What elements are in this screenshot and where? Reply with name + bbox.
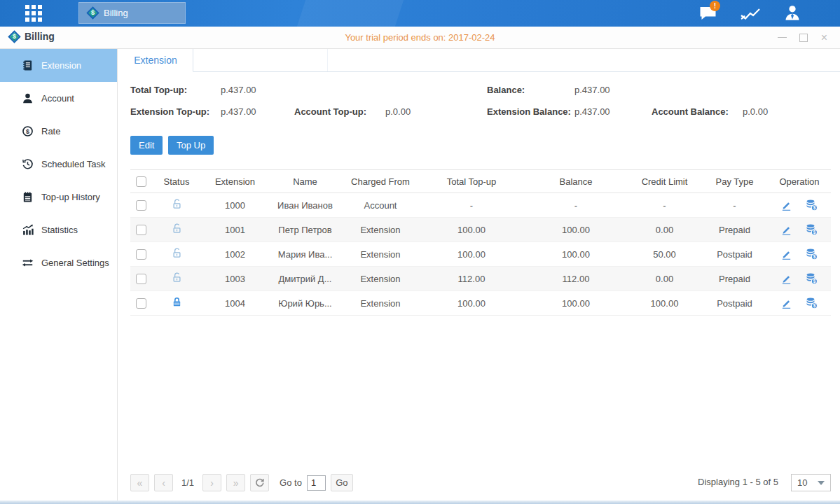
column-header: Charged From — [342, 170, 419, 193]
column-header: Name — [268, 170, 342, 193]
charged-from-cell: Extension — [342, 218, 419, 242]
table-row: 1004Юрий Юрь...Extension100.00100.00100.… — [130, 291, 831, 316]
window-bottom-edge — [0, 500, 840, 504]
account-balance-label: Account Balance: — [652, 106, 729, 117]
sidebar-item-label: Account — [41, 93, 74, 104]
sidebar-item-label: Statistics — [41, 225, 78, 235]
table-row: 1001Петр ПетровExtension100.00100.000.00… — [130, 218, 831, 242]
maximize-icon[interactable] — [799, 33, 808, 42]
billing-diamond-icon: $ — [86, 6, 99, 19]
row-checkbox[interactable] — [136, 274, 146, 284]
page-size-select[interactable]: 10 — [791, 474, 831, 491]
extension-balance-label: Extension Balance: — [487, 106, 571, 117]
app-launcher-icon[interactable] — [25, 5, 43, 22]
row-checkbox[interactable] — [136, 200, 146, 211]
taskbar-tab-label: Billing — [104, 8, 128, 18]
refresh-icon[interactable] — [250, 474, 269, 491]
tab-extension[interactable]: Extension — [118, 49, 193, 72]
column-header: Operation — [768, 170, 831, 193]
pay-type-cell: Prepaid — [701, 218, 768, 242]
total-topup-cell: 100.00 — [419, 242, 524, 267]
sidebar-item-extension[interactable]: Extension — [0, 49, 117, 82]
row-select-cell — [130, 267, 151, 291]
balance-cell: - — [524, 193, 628, 218]
row-checkbox[interactable] — [136, 225, 146, 235]
line-chart-icon[interactable] — [736, 4, 764, 23]
status-cell — [151, 193, 202, 218]
svg-text:$: $ — [813, 303, 816, 309]
charged-from-cell: Account — [342, 193, 419, 218]
account-topup-label: Account Top-up: — [294, 106, 366, 117]
edit-pencil-icon[interactable] — [780, 224, 792, 236]
first-page-button[interactable]: « — [130, 474, 149, 491]
sidebar-item-top-up-history[interactable]: Top-up History — [0, 181, 117, 214]
minimize-icon[interactable] — [778, 33, 787, 42]
sidebar-item-label: Rate — [41, 126, 60, 136]
topup-coins-icon[interactable]: $ — [805, 199, 818, 211]
prev-page-button[interactable]: ‹ — [154, 474, 173, 491]
svg-text:$: $ — [813, 230, 816, 235]
status-cell — [151, 242, 202, 267]
svg-text:$: $ — [813, 205, 816, 211]
column-header: Credit Limit — [628, 170, 701, 193]
edit-pencil-icon[interactable] — [780, 273, 792, 285]
edit-button[interactable]: Edit — [130, 136, 163, 155]
taskbar-tab-billing[interactable]: $ Billing — [78, 2, 186, 24]
total-topup-label: Total Top-up: — [130, 85, 187, 95]
sidebar-item-statistics[interactable]: Statistics — [0, 214, 117, 246]
balance-cell: 112.00 — [524, 267, 628, 291]
trial-notice: Your trial period ends on: 2017-02-24 — [0, 32, 840, 43]
next-page-button[interactable]: › — [202, 474, 221, 491]
taskbar: $ Billing ! — [0, 0, 840, 27]
bar-chart-icon — [22, 224, 34, 236]
extension-cell: 1002 — [202, 242, 268, 267]
topup-coins-icon[interactable]: $ — [805, 248, 818, 260]
close-icon[interactable]: × — [820, 33, 829, 42]
messages-icon[interactable]: ! — [694, 4, 722, 23]
chevron-down-icon — [818, 481, 825, 485]
sliders-icon — [22, 257, 34, 269]
sidebar-item-rate[interactable]: $Rate — [0, 115, 117, 148]
credit-limit-cell: 0.00 — [628, 267, 701, 291]
edit-pencil-icon[interactable] — [780, 298, 792, 309]
person-icon[interactable] — [778, 4, 806, 23]
extension-cell: 1001 — [202, 218, 268, 242]
column-header: Balance — [524, 170, 628, 193]
name-cell: Дмитрий Д... — [268, 267, 342, 291]
edit-pencil-icon[interactable] — [780, 200, 792, 211]
notepad-icon — [22, 191, 34, 203]
sidebar-item-label: Extension — [41, 60, 81, 71]
edit-pencil-icon[interactable] — [780, 248, 792, 260]
row-checkbox[interactable] — [136, 249, 146, 260]
user-icon — [22, 92, 34, 104]
top-up-button[interactable]: Top Up — [168, 136, 214, 155]
sidebar-item-general-settings[interactable]: General Settings — [0, 246, 117, 279]
row-checkbox[interactable] — [136, 298, 146, 309]
sidebar-item-scheduled-task[interactable]: Scheduled Task — [0, 148, 117, 181]
go-button[interactable]: Go — [331, 474, 353, 491]
lock-closed-icon — [171, 296, 183, 308]
sidebar-item-account[interactable]: Account — [0, 82, 117, 115]
credit-limit-cell: 50.00 — [628, 242, 701, 267]
extension-topup-label: Extension Top-up: — [130, 106, 209, 117]
tab-strip: Extension — [118, 49, 840, 72]
dollar-circle-icon: $ — [22, 125, 34, 137]
sidebar: ExtensionAccount$RateScheduled TaskTop-u… — [0, 49, 118, 500]
charged-from-cell: Extension — [342, 267, 419, 291]
topup-coins-icon[interactable]: $ — [805, 297, 818, 309]
page-size-value: 10 — [797, 477, 807, 488]
svg-text:$: $ — [813, 279, 816, 284]
last-page-button[interactable]: » — [226, 474, 245, 491]
topup-coins-icon[interactable]: $ — [805, 223, 818, 236]
window-controls: × — [778, 33, 829, 42]
status-cell — [151, 267, 202, 291]
name-cell: Иван Иванов — [268, 193, 342, 218]
column-header: Pay Type — [701, 170, 768, 193]
topup-coins-icon[interactable]: $ — [805, 272, 818, 285]
goto-page-input[interactable] — [307, 475, 326, 491]
sidebar-item-label: Scheduled Task — [41, 159, 106, 169]
operation-cell: $ — [768, 267, 831, 291]
lock-open-icon — [171, 223, 183, 234]
select-all-checkbox[interactable] — [136, 176, 146, 187]
charged-from-cell: Extension — [342, 242, 419, 267]
